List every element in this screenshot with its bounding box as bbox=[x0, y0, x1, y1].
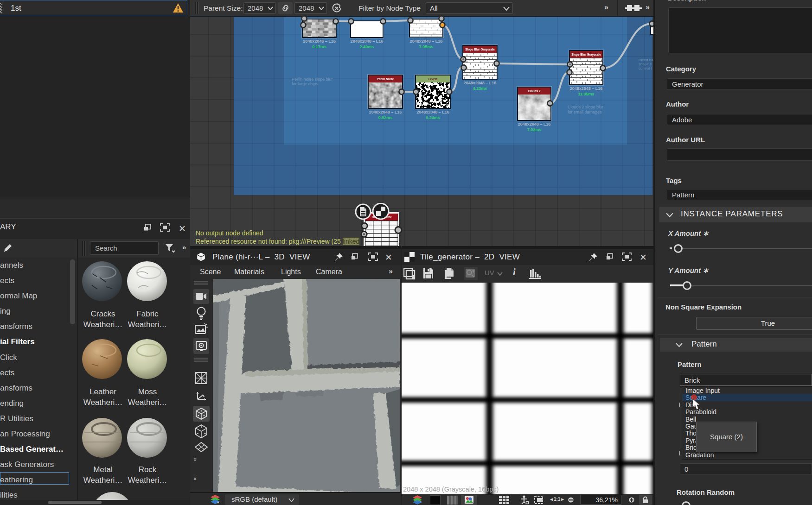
svg-text:Leather: Leather bbox=[90, 387, 116, 396]
svg-text:Weatheri…: Weatheri… bbox=[128, 476, 167, 485]
svg-text:Weatheri…: Weatheri… bbox=[83, 320, 123, 329]
svg-text:Weatheri…: Weatheri… bbox=[83, 398, 123, 407]
svg-text:Fabric: Fabric bbox=[136, 309, 159, 318]
svg-text:Metal: Metal bbox=[93, 465, 113, 474]
svg-text:Rock: Rock bbox=[139, 465, 157, 474]
svg-text:Weatheri…: Weatheri… bbox=[128, 320, 167, 329]
svg-text:Cracks: Cracks bbox=[91, 309, 115, 318]
svg-text:Moss: Moss bbox=[138, 387, 157, 396]
svg-text:Weatheri…: Weatheri… bbox=[83, 476, 123, 485]
svg-text:2048 x 2048 (Grayscale, 16bpc): 2048 x 2048 (Grayscale, 16bpc) bbox=[403, 486, 499, 493]
svg-text:Weatheri…: Weatheri… bbox=[128, 398, 167, 407]
